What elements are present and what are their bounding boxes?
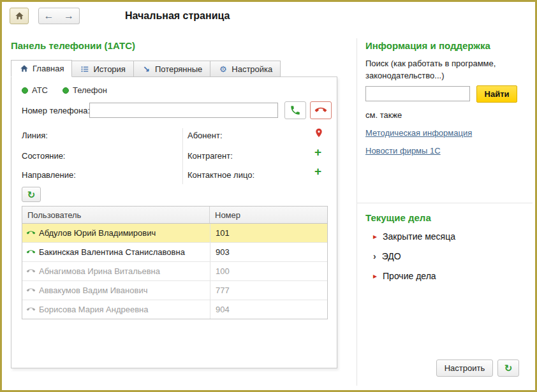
support-search-input[interactable] [365, 86, 470, 101]
state-field-label: Состояние: [22, 151, 65, 161]
subscriber-field-label: Абонент: [188, 131, 223, 140]
table-row[interactable]: Борисова Мария Андреевна 904 [22, 300, 327, 319]
users-table: Пользователь Номер Абдулов Юрий Владимир… [22, 206, 328, 319]
todo-item-month-closing[interactable]: ▸ Закрытие месяца [373, 231, 455, 242]
todo-item-label: ЭДО [382, 251, 401, 261]
user-name: Абнагимова Ирина Витальевна [39, 266, 210, 276]
user-name: Борисова Мария Андреевна [39, 305, 210, 314]
todo-item-label: Закрытие месяца [383, 231, 455, 242]
hangup-button[interactable] [310, 101, 332, 119]
tab-settings[interactable]: ⚙ Настройка [210, 61, 281, 77]
tab-label: История [93, 64, 125, 74]
add-counterparty-icon[interactable]: + [314, 147, 321, 157]
phone-status-led-icon [63, 87, 69, 94]
user-name: Абдулов Юрий Владимирович [39, 228, 210, 238]
tab-main[interactable]: Главная [11, 60, 72, 77]
direction-field-label: Направление: [22, 170, 76, 180]
phone-number-label: Номер телефона: [22, 106, 90, 115]
chevron-right-icon: › [373, 252, 376, 261]
user-number: 100 [210, 262, 327, 280]
handset-icon [22, 267, 39, 275]
home-icon [15, 11, 24, 20]
refresh-icon: ↻ [27, 190, 36, 200]
table-row[interactable]: Аввакумов Вадим Иванович 777 [22, 281, 327, 300]
search-hint-text: Поиск (как работать в программе, законод… [365, 58, 528, 82]
history-icon [80, 64, 89, 74]
app-window: ← → Начальная страница Панель телефонии … [0, 0, 537, 392]
forward-arrow-icon: → [64, 11, 74, 21]
handset-icon [22, 305, 39, 314]
telephony-panel-title: Панель телефонии (1АТС) [11, 40, 135, 51]
column-header-user[interactable]: Пользователь [22, 207, 210, 223]
phone-status: Телефон [63, 85, 107, 95]
call-button[interactable] [284, 101, 306, 119]
table-row[interactable]: Абдулов Юрий Владимирович 101 [22, 224, 327, 243]
forward-button[interactable]: → [59, 8, 80, 24]
ats-status-label: АТС [32, 85, 48, 95]
tab-label: Потерянные [155, 64, 202, 74]
subscriber-pin-icon[interactable] [314, 127, 324, 139]
1c-news-link[interactable]: Новости фирмы 1С [365, 146, 441, 156]
fields-column-divider [182, 128, 183, 184]
ats-status-led-icon [22, 87, 28, 94]
add-contact-person-icon[interactable]: + [314, 166, 321, 177]
ats-status: АТС [22, 85, 48, 95]
line-field-label: Линия: [22, 131, 48, 140]
methodical-info-link[interactable]: Методическая информация [365, 128, 472, 138]
user-number: 777 [210, 281, 327, 300]
page-title: Начальная страница [125, 10, 230, 22]
tab-history[interactable]: История [71, 61, 133, 77]
tab-label: Главная [33, 64, 64, 73]
back-button[interactable]: ← [38, 8, 59, 24]
refresh-page-button[interactable]: ↻ [497, 359, 519, 377]
contact-person-field-label: Контактное лицо: [188, 170, 254, 180]
expand-arrow-icon: ▸ [373, 233, 377, 240]
vertical-divider [357, 38, 357, 386]
see-also-label: см. также [365, 110, 402, 120]
counterparty-field-label: Контрагент: [188, 151, 233, 161]
tab-label: Настройка [232, 64, 272, 74]
handset-icon [22, 286, 39, 294]
todo-item-label: Прочие дела [383, 271, 436, 281]
user-number: 904 [210, 300, 327, 319]
handset-icon [22, 229, 39, 237]
configure-button[interactable]: Настроить [436, 359, 493, 377]
user-number: 903 [210, 243, 327, 261]
telephony-tabs: Главная История ↘ Потерянные ⚙ Настройка [11, 60, 281, 77]
home-icon [19, 64, 29, 73]
user-number: 101 [210, 224, 327, 242]
todo-section-title: Текущие дела [365, 212, 431, 223]
support-section-title: Информация и поддержка [365, 40, 490, 51]
todo-item-other[interactable]: ▸ Прочие дела [373, 271, 436, 281]
users-table-header: Пользователь Номер [22, 207, 327, 224]
handset-icon [22, 248, 39, 256]
table-row[interactable]: Бакинская Валентина Станиславовна 903 [22, 243, 327, 262]
user-name: Аввакумов Вадим Иванович [39, 286, 210, 295]
call-icon [290, 105, 301, 116]
hangup-icon [313, 102, 328, 118]
refresh-users-button[interactable]: ↻ [22, 187, 41, 202]
horizontal-divider [357, 203, 533, 203]
column-header-number[interactable]: Номер [210, 207, 327, 223]
missed-call-icon: ↘ [142, 64, 151, 74]
phone-number-input[interactable] [89, 103, 278, 118]
expand-arrow-icon: ▸ [373, 272, 377, 280]
find-button[interactable]: Найти [476, 85, 517, 103]
refresh-icon: ↻ [504, 363, 513, 373]
gear-icon: ⚙ [218, 64, 228, 74]
user-name: Бакинская Валентина Станиславовна [39, 247, 210, 257]
todo-item-edo[interactable]: › ЭДО [373, 251, 401, 261]
phone-status-label: Телефон [73, 85, 107, 95]
telephony-panel: АТС Телефон Номер телефона: Линия: Состо… [11, 76, 337, 368]
table-row[interactable]: Абнагимова Ирина Витальевна 100 [22, 262, 327, 281]
home-button[interactable] [10, 8, 29, 24]
tab-missed[interactable]: ↘ Потерянные [133, 61, 210, 77]
back-arrow-icon: ← [44, 11, 54, 21]
